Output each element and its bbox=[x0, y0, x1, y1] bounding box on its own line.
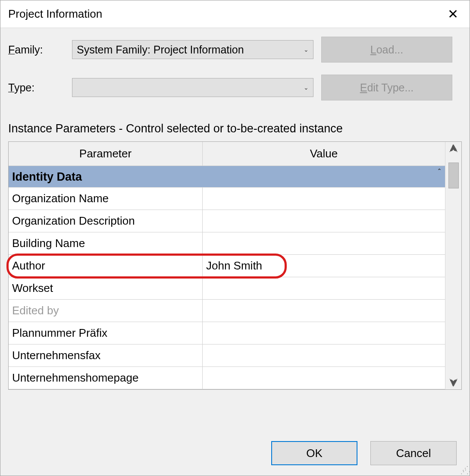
table-header: Parameter Value bbox=[9, 142, 445, 166]
table-row: Organization Name bbox=[9, 188, 445, 210]
type-label: Type: bbox=[8, 81, 64, 94]
instance-parameters-caption: Instance Parameters - Control selected o… bbox=[0, 122, 470, 141]
param-cell[interactable]: Building Name bbox=[9, 232, 203, 254]
dialog-buttons: OK Cancel bbox=[271, 441, 457, 465]
value-cell[interactable] bbox=[203, 367, 445, 389]
scroll-thumb[interactable] bbox=[448, 163, 459, 188]
scroll-up-icon[interactable]: ⮝ bbox=[449, 144, 458, 153]
param-cell[interactable]: Author bbox=[9, 255, 203, 277]
close-button[interactable]: ✕ bbox=[444, 5, 462, 23]
param-cell[interactable]: Plannummer Präfix bbox=[9, 322, 203, 344]
param-cell[interactable]: Workset bbox=[9, 277, 203, 299]
group-identity-data[interactable]: Identity Data ⌃ bbox=[9, 166, 445, 188]
chevron-down-icon: ⌄ bbox=[304, 46, 309, 53]
value-cell[interactable] bbox=[203, 188, 445, 210]
col-value[interactable]: Value bbox=[203, 142, 445, 166]
family-label: Family: bbox=[8, 44, 64, 56]
family-dropdown[interactable]: System Family: Project Information ⌄ bbox=[72, 40, 313, 59]
param-cell[interactable]: Unternehmensfax bbox=[9, 344, 203, 366]
value-cell[interactable] bbox=[203, 210, 445, 232]
scroll-down-icon[interactable]: ⮟ bbox=[449, 378, 458, 388]
collapse-icon[interactable]: ⌃ bbox=[437, 168, 442, 174]
value-cell bbox=[203, 300, 445, 322]
dialog-title: Project Information bbox=[8, 7, 102, 21]
load-button[interactable]: Load... bbox=[321, 37, 452, 63]
resize-grip-icon[interactable]: ⋰⋰⋰ bbox=[461, 467, 468, 474]
chevron-down-icon: ⌄ bbox=[304, 84, 309, 91]
col-parameter[interactable]: Parameter bbox=[9, 142, 203, 166]
value-cell[interactable] bbox=[203, 277, 445, 299]
table-row: Edited by bbox=[9, 300, 445, 322]
table-row: Plannummer Präfix bbox=[9, 322, 445, 344]
table-row: AuthorJohn Smith bbox=[9, 255, 445, 277]
close-icon: ✕ bbox=[448, 6, 458, 22]
table-row: Workset bbox=[9, 277, 445, 300]
table-main: Parameter Value Identity Data ⌃ Organiza… bbox=[9, 142, 445, 389]
edit-type-button[interactable]: Edit Type... bbox=[321, 75, 452, 100]
table-row: Organization Description bbox=[9, 210, 445, 232]
ok-button[interactable]: OK bbox=[271, 441, 357, 465]
table-row: Building Name bbox=[9, 232, 445, 255]
value-cell[interactable] bbox=[203, 344, 445, 366]
family-value: System Family: Project Information bbox=[77, 44, 244, 56]
param-cell[interactable]: Organization Description bbox=[9, 210, 203, 232]
cancel-button[interactable]: Cancel bbox=[370, 441, 457, 465]
table-row: Unternehmensfax bbox=[9, 344, 445, 367]
param-cell[interactable]: Unternehmenshomepage bbox=[9, 367, 203, 389]
parameters-table: Parameter Value Identity Data ⌃ Organiza… bbox=[8, 141, 462, 390]
titlebar: Project Information ✕ bbox=[0, 0, 470, 28]
family-row: Family: System Family: Project Informati… bbox=[8, 37, 462, 63]
value-cell[interactable] bbox=[203, 232, 445, 254]
param-cell[interactable]: Organization Name bbox=[9, 188, 203, 210]
param-cell[interactable]: Edited by bbox=[9, 300, 203, 322]
value-cell[interactable]: John Smith bbox=[203, 255, 445, 277]
type-row: Type: ⌄ Edit Type... bbox=[8, 75, 462, 100]
value-cell[interactable] bbox=[203, 322, 445, 344]
form-area: Family: System Family: Project Informati… bbox=[0, 28, 470, 117]
table-row: Unternehmenshomepage bbox=[9, 367, 445, 389]
type-dropdown[interactable]: ⌄ bbox=[72, 78, 313, 97]
vertical-scrollbar[interactable]: ⮝ ⮟ bbox=[445, 142, 461, 389]
